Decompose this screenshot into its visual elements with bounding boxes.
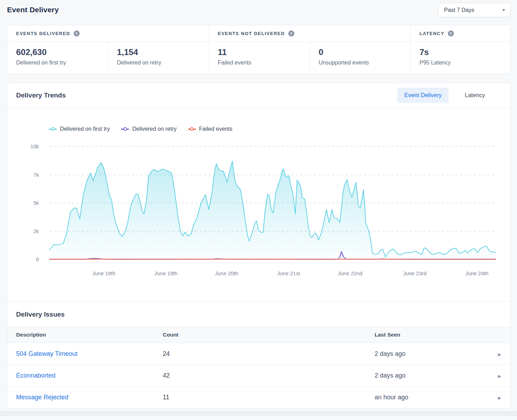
stats-section-events-delivered: Events Delivered ? 602,630 Delivered on … <box>7 25 209 74</box>
metric-delivered-first-try: 602,630 Delivered on first try <box>7 42 108 74</box>
tab-event-delivery[interactable]: Event Delivery <box>397 88 449 103</box>
stats-section-label: Latency <box>419 31 444 36</box>
issue-count: 42 <box>163 372 375 379</box>
svg-text:10k: 10k <box>31 143 39 149</box>
trends-title: Delivery Trends <box>16 92 66 99</box>
top-header: Event Delivery Past 7 Days ▼ <box>7 3 511 17</box>
issues-table-header: Description Count Last Seen <box>7 327 510 343</box>
metric-unsupported-events: 0 Unsupported events <box>310 42 411 74</box>
chart-legend: Delivered on first try Delivered on retr… <box>49 126 510 132</box>
metric-value: 602,630 <box>16 47 108 57</box>
svg-text:June 24th: June 24th <box>465 270 489 276</box>
stats-section-label: Events Delivered <box>16 31 70 36</box>
date-range-value: Past 7 Days <box>444 7 474 13</box>
svg-text:June 23rd: June 23rd <box>403 270 427 276</box>
metric-value: 11 <box>218 47 310 57</box>
stats-section-label: Events Not Delivered <box>218 31 285 36</box>
svg-text:0: 0 <box>36 256 39 262</box>
issue-link[interactable]: Message Rejected <box>16 394 68 401</box>
col-header-description: Description <box>7 332 163 338</box>
svg-text:7k: 7k <box>33 172 39 178</box>
metric-value: 7s <box>419 47 510 57</box>
legend-label: Failed events <box>199 126 233 132</box>
svg-text:June 22nd: June 22nd <box>338 270 362 276</box>
table-row[interactable]: Econnaborted 42 2 days ago ▶ <box>7 365 510 386</box>
chevron-right-icon[interactable]: ▶ <box>498 374 501 379</box>
delivery-issues-title: Delivery Issues <box>7 302 510 327</box>
metric-p95-latency: 7s P95 Latency <box>411 42 510 74</box>
trends-chart-area: 02k5k7k10kJune 18thJune 19thJune 20thJun… <box>7 142 511 280</box>
issue-count: 24 <box>163 350 375 358</box>
trends-tabs: Event Delivery Latency <box>397 88 492 103</box>
stats-card: Events Delivered ? 602,630 Delivered on … <box>7 25 511 74</box>
help-icon[interactable]: ? <box>288 31 294 36</box>
series-marker-icon <box>49 129 57 130</box>
svg-text:June 21st: June 21st <box>277 270 300 276</box>
table-row[interactable]: 504 Gateway Timeout 24 2 days ago ▶ <box>7 343 510 365</box>
chevron-right-icon[interactable]: ▶ <box>498 395 501 400</box>
table-row[interactable]: Message Rejected 11 an hour ago ▶ <box>7 386 510 408</box>
metric-delivered-retry: 1,154 Delivered on retry <box>108 42 209 74</box>
stats-section-latency: Latency ? 7s P95 Latency <box>411 25 510 74</box>
page-bottom-strip <box>0 411 517 416</box>
svg-text:June 18th: June 18th <box>92 270 115 276</box>
metric-label: Unsupported events <box>319 60 411 66</box>
chevron-right-icon[interactable]: ▶ <box>498 352 501 357</box>
help-icon[interactable]: ? <box>74 31 80 36</box>
issue-last-seen: an hour ago <box>375 394 492 401</box>
legend-item-first-try[interactable]: Delivered on first try <box>49 126 110 132</box>
page-title: Event Delivery <box>7 6 59 14</box>
col-header-last-seen: Last Seen <box>375 332 492 338</box>
metric-failed-events: 11 Failed events <box>209 42 310 74</box>
delivery-trends-card: Delivery Trends Event Delivery Latency D… <box>7 83 511 408</box>
metric-label: Delivered on first try <box>16 60 108 66</box>
legend-label: Delivered on first try <box>60 126 110 132</box>
legend-item-retry[interactable]: Delivered on retry <box>121 126 176 132</box>
tab-latency[interactable]: Latency <box>458 88 492 103</box>
issue-link[interactable]: Econnaborted <box>16 372 55 379</box>
svg-text:June 19th: June 19th <box>154 270 177 276</box>
issue-last-seen: 2 days ago <box>375 372 492 379</box>
series-marker-icon <box>121 129 129 130</box>
trends-chart: 02k5k7k10kJune 18thJune 19thJune 20thJun… <box>7 142 511 280</box>
series-marker-icon <box>188 129 196 130</box>
date-range-select[interactable]: Past 7 Days ▼ <box>438 3 511 17</box>
legend-item-failed[interactable]: Failed events <box>188 126 233 132</box>
stats-section-events-not-delivered: Events Not Delivered ? 11 Failed events … <box>209 25 411 74</box>
chevron-down-icon: ▼ <box>502 8 506 12</box>
metric-value: 0 <box>319 47 411 57</box>
issue-link[interactable]: 504 Gateway Timeout <box>16 350 78 357</box>
col-header-count: Count <box>163 332 375 338</box>
trends-header: Delivery Trends Event Delivery Latency <box>7 83 510 108</box>
help-icon[interactable]: ? <box>448 31 454 36</box>
issue-count: 11 <box>163 394 375 401</box>
metric-label: Failed events <box>218 60 310 66</box>
svg-text:5k: 5k <box>33 200 39 206</box>
svg-text:2k: 2k <box>33 228 39 234</box>
svg-text:June 20th: June 20th <box>215 270 238 276</box>
metric-label: Delivered on retry <box>117 60 209 66</box>
issue-last-seen: 2 days ago <box>375 350 492 358</box>
metric-value: 1,154 <box>117 47 209 57</box>
metric-label: P95 Latency <box>419 60 510 66</box>
legend-label: Delivered on retry <box>132 126 176 132</box>
